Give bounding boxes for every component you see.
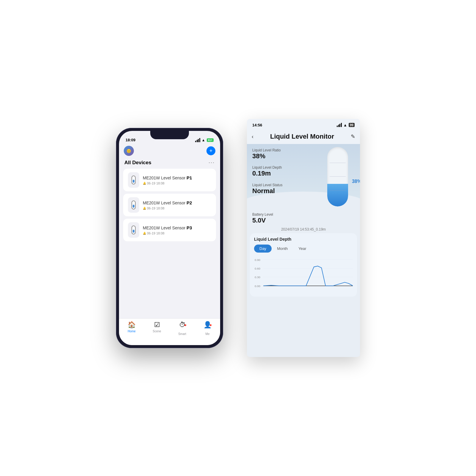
gauge-lines	[327, 147, 348, 206]
device-icon-p1	[128, 172, 139, 188]
chart-section: Liquid Level Depth Day Month Year 0.90 0…	[250, 233, 357, 296]
level-ratio-label: Liquid Level Ratio	[252, 148, 282, 152]
me-notification-dot	[210, 324, 212, 326]
liquid-gauge: 38%	[327, 147, 348, 206]
phone2-header: ‹ Liquid Level Monitor ✎	[247, 131, 360, 144]
device-name-p1: ME201W Level Sensor P1	[143, 175, 211, 181]
sensor-icon	[131, 201, 136, 209]
level-depth-label: Liquid Level Depth	[252, 165, 282, 170]
device-icon-p3	[128, 222, 139, 238]
signal-icon	[337, 123, 342, 127]
all-devices-label: All Devices	[124, 160, 151, 166]
add-device-button[interactable]: +	[206, 146, 215, 155]
battery-section: Battery Level 5.0V	[247, 212, 360, 224]
nav-home[interactable]: 🏠 Home	[119, 321, 144, 333]
chart-area: 0.90 0.60 0.30 0.00	[254, 257, 353, 293]
gauge-percent-label: 38%	[352, 179, 360, 184]
nav-smart[interactable]: ⏱ Smart	[170, 321, 195, 336]
level-ratio-value: 38%	[252, 152, 282, 160]
nav-me[interactable]: 👤 Me	[195, 321, 220, 336]
level-depth-value: 0.19m	[252, 170, 282, 177]
nav-me-label: Me	[206, 332, 210, 336]
home-icon: 🏠	[128, 321, 136, 329]
y-label-090: 0.90	[255, 258, 261, 262]
phone2-content: Liquid Level Ratio 38% Liquid Level Dept…	[247, 144, 360, 357]
phone2-status-bar: 14:56 ▲ 99	[247, 119, 360, 131]
chart-tab-year[interactable]: Year	[293, 245, 311, 253]
level-depth-block: Liquid Level Depth 0.19m	[252, 165, 282, 177]
level-ratio-block: Liquid Level Ratio 38%	[252, 148, 282, 160]
chart-tabs: Day Month Year	[254, 245, 353, 253]
signal-icon	[195, 138, 200, 142]
chart-title: Liquid Level Depth	[254, 237, 353, 242]
y-label-060: 0.60	[255, 267, 261, 270]
notch	[150, 131, 189, 139]
bell-icon: 🔔	[143, 182, 146, 185]
metrics-column: Liquid Level Ratio 38% Liquid Level Dept…	[252, 148, 282, 200]
device-list: ME201W Level Sensor P1 🔔 06-19 18:08 ME2…	[119, 169, 220, 241]
level-status-label: Liquid Level Status	[252, 183, 282, 187]
chart-tab-month[interactable]: Month	[272, 245, 293, 253]
wifi-icon: ▲	[202, 138, 205, 142]
scene-icon: ☑	[154, 321, 160, 329]
phone1-header: 😊 +	[119, 144, 220, 158]
device-name-p3: ME201W Level Sensor P3	[143, 225, 211, 231]
phone2-status-icons: ▲ 99	[337, 123, 355, 127]
nav-scene[interactable]: ☑ Scene	[144, 321, 170, 333]
chart-line	[263, 266, 353, 286]
bell-icon: 🔔	[143, 207, 146, 210]
sensor-icon	[131, 176, 136, 184]
phone1-device: 18:09 ▲ 91+ 😊 + All Devices ···	[116, 128, 223, 348]
avatar[interactable]: 😊	[124, 146, 134, 156]
battery-badge: 91+	[207, 138, 214, 142]
all-devices-row: All Devices ···	[119, 158, 220, 169]
back-button[interactable]: ‹	[252, 134, 253, 140]
device-info-p1: ME201W Level Sensor P1 🔔 06-19 18:08	[143, 175, 211, 185]
notification-dot	[184, 324, 186, 326]
edit-button[interactable]: ✎	[351, 133, 355, 140]
battery-level-label: Battery Level	[252, 212, 355, 217]
wifi-icon: ▲	[343, 123, 347, 127]
gauge-outer	[327, 147, 348, 206]
device-info-p3: ME201W Level Sensor P3 🔔 06-19 18:08	[143, 225, 211, 235]
device-time-p2: 🔔 06-19 18:08	[143, 206, 211, 210]
device-card-p2[interactable]: ME201W Level Sensor P2 🔔 06-19 18:08	[123, 194, 216, 216]
phone2-battery: 99	[349, 123, 355, 127]
device-time-p1: 🔔 06-19 18:08	[143, 181, 211, 185]
device-icon-p2	[128, 197, 139, 213]
y-label-000: 0.00	[255, 284, 261, 288]
more-menu-button[interactable]: ···	[209, 159, 215, 166]
phone2-device: 14:56 ▲ 99 ‹ Liquid Level Monitor ✎ Liqu…	[247, 119, 360, 357]
level-status-block: Liquid Level Status Normal	[252, 183, 282, 195]
nav-smart-label: Smart	[178, 332, 186, 336]
nav-scene-label: Scene	[153, 330, 161, 333]
page-title: Liquid Level Monitor	[270, 133, 334, 140]
device-card-p1[interactable]: ME201W Level Sensor P1 🔔 06-19 18:08	[123, 169, 216, 191]
bottom-nav: 🏠 Home ☑ Scene ⏱ Smart 👤 Me	[119, 318, 220, 345]
phone2-time: 14:56	[252, 123, 262, 127]
phone1-time: 18:09	[126, 138, 135, 142]
nav-home-label: Home	[128, 330, 136, 333]
device-name-p2: ME201W Level Sensor P2	[143, 200, 211, 206]
chart-tab-day[interactable]: Day	[254, 245, 272, 253]
chart-svg: 0.90 0.60 0.30 0.00	[254, 257, 353, 292]
bell-icon: 🔔	[143, 232, 146, 235]
timestamp: 2024/07/19 14:53:45_0.19m	[247, 227, 360, 231]
phone1-status-icons: ▲ 91+	[195, 138, 214, 142]
device-card-p3[interactable]: ME201W Level Sensor P3 🔔 06-19 18:08	[123, 219, 216, 241]
device-time-p3: 🔔 06-19 18:08	[143, 231, 211, 235]
y-label-030: 0.30	[255, 276, 261, 279]
battery-level-value: 5.0V	[252, 217, 355, 224]
level-status-value: Normal	[252, 187, 282, 195]
device-info-p2: ME201W Level Sensor P2 🔔 06-19 18:08	[143, 200, 211, 210]
sensor-icon	[131, 226, 136, 234]
